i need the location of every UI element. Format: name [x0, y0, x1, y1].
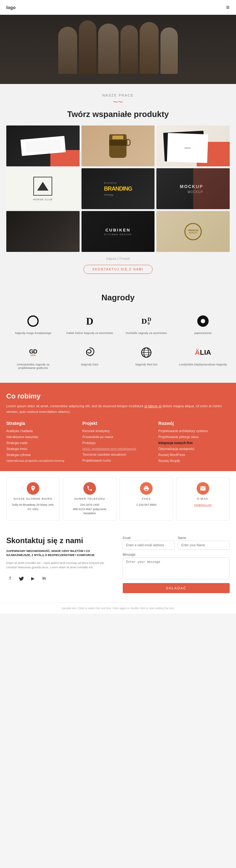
co-col-rozwoj: Rozwój Projektowanie architektury system… [158, 421, 230, 465]
swirl-icon [82, 345, 97, 361]
award-label-6: Nagrody D&D [81, 363, 98, 367]
ring-icon [25, 313, 41, 329]
award-item-4: papioraniome [176, 310, 230, 338]
projekt-item-4[interactable]: UI/UX i projektowanie stron interaktywny… [83, 447, 154, 451]
fax-label: FAKS [142, 497, 151, 500]
name-field-label: Name [178, 536, 230, 540]
message-field-label: Message [123, 553, 230, 556]
phone-label: NUMER TELEFONU [74, 497, 105, 500]
cubiken-sub-label: KITCHEN DESIGN [104, 234, 132, 236]
award-item-3: D D D Durheble nagrody za wzornictwo [120, 310, 173, 338]
facebook-icon[interactable]: f [6, 575, 14, 582]
twitter-icon[interactable] [18, 575, 25, 582]
branding-label: BRANDING [104, 186, 132, 192]
co-col-projekt-title: Projekt [83, 421, 154, 426]
gd-icon: GD USA [25, 345, 41, 361]
portfolio-label: NASZE PRACE [6, 93, 230, 97]
award-item-7: Nagrody Red Dot [120, 342, 173, 373]
award-item-1: Nagrody Kręgu Kreatywnego [6, 310, 60, 338]
rozwoj-item-5[interactable]: Rozwój WordPress [158, 453, 230, 457]
rozwoj-item-2[interactable]: Projektowanie pełnego stosu [158, 435, 230, 439]
fax-value: 1-234-567-8900 [136, 503, 156, 507]
portfolio-item-2[interactable] [82, 125, 155, 166]
projekt-item-6[interactable]: Projektowanie ruchu [83, 459, 154, 463]
co-col-strategia: Strategia Analityka i badania Interaktyw… [6, 421, 78, 465]
location-value: Sofiy 94 Broadway 29 Nowy Jork, NY 1001 [10, 503, 56, 512]
form-description: Etiam sit amet convallis est – class apt… [6, 561, 113, 570]
submit-button[interactable]: SKŁADAĆ [123, 583, 230, 593]
award-item-6: Nagrody D&D [63, 342, 116, 373]
dot-icon [195, 313, 211, 329]
strategia-item-2[interactable]: Interaktywne warsztaty [6, 435, 78, 439]
portfolio-item-9[interactable]: PREMIUM QUALITY [156, 211, 230, 252]
portfolio-grid: name HORSE CLUB Branding BRANDING Strate… [6, 125, 230, 252]
portfolio-item-6[interactable]: MOCKUP MOCKUP [156, 168, 230, 209]
wavy-divider: 〜〜 [6, 99, 230, 106]
award-label-8: Londyńskie Międzynarodowe Nagrody [179, 363, 227, 367]
email-field-label: Email [123, 536, 175, 540]
portfolio-title: Twórz wspaniałe produkty [6, 110, 230, 119]
projekt-item-5[interactable]: Tworzenie zasobów wizualnych [83, 453, 154, 457]
hero-image [0, 15, 236, 84]
portfolio-item-5[interactable]: Branding BRANDING Strategy [82, 168, 155, 209]
contact-info-section: NASZE GŁÓWNE BIURO Sofiy 94 Broadway 29 … [0, 471, 236, 527]
co-robimy-title: Co robimy [6, 392, 230, 400]
portfolio-item-8[interactable]: CUBIKEN KITCHEN DESIGN [82, 211, 155, 252]
projekt-item-1[interactable]: Kierunek kreatywny [83, 429, 154, 433]
portfolio-item-4[interactable]: HORSE CLUB [6, 168, 80, 209]
logo: logo [6, 5, 16, 10]
name-input[interactable] [178, 540, 230, 550]
rozwoj-item-6[interactable]: Rozwój Shopify [158, 459, 230, 463]
portfolio-source: Zdjęcia z Freepik [6, 257, 230, 260]
strategia-item-5[interactable]: Strategia cyfrowa [6, 453, 78, 457]
strategia-item-4[interactable]: Strategia treści [6, 447, 78, 451]
form-left: Skontaktuj się z nami ZAPEWNIAMY NIEZAWO… [6, 536, 113, 593]
location-icon [27, 482, 39, 495]
award-item-5: GD USA Amerykańskie nagrody za projektow… [6, 342, 60, 373]
portfolio-item-1[interactable] [6, 125, 80, 166]
form-right: Email Name Message SKŁADAĆ [123, 536, 230, 593]
award-label-3: Durheble nagrody za wzornictwo [126, 332, 167, 335]
projekt-item-2[interactable]: Przewodniki po marce [83, 435, 154, 439]
footer: Sample text. Click to select the text bo… [0, 602, 236, 614]
award-item-2: D Pakiet Deline Nagrody za wzornictwo [63, 310, 116, 338]
co-desc-link[interactable]: ut labore et [144, 404, 161, 408]
portfolio-item-7[interactable] [6, 211, 80, 252]
rozwoj-item-3[interactable]: Integracja nowych firm [158, 441, 230, 445]
co-col-rozwoj-title: Rozwój [158, 421, 230, 426]
phone-value: 234-1876-1400888-0123-4567 połączenie be… [66, 503, 113, 516]
award-label-4: papioraniome [195, 332, 212, 335]
info-card-phone: NUMER TELEFONU 234-1876-1400888-0123-456… [63, 477, 116, 521]
portfolio-item-3[interactable]: name [156, 125, 230, 166]
projekt-item-3[interactable]: Prototypy [83, 441, 154, 445]
form-title: Skontaktuj się z nami [6, 536, 113, 545]
message-input[interactable] [123, 557, 230, 579]
email-icon [197, 482, 209, 495]
awards-title: Nagrody [6, 293, 230, 303]
awards-grid: Nagrody Kręgu Kreatywnego D Pakiet Delin… [6, 310, 230, 373]
co-robimy-description: Lorem ipsum dolor sit amet, consectetur … [6, 403, 230, 414]
awards-section: Nagrody Nagrody Kręgu Kreatywnego D Paki… [0, 283, 236, 383]
site-header: logo ≡ [0, 0, 236, 15]
award-item-8: ÄLIA Londyńskie Międzynarodowe Nagrody [176, 342, 230, 373]
strategia-item-1[interactable]: Analityka i badania [6, 429, 78, 433]
rozwoj-item-4[interactable]: Optymalizacja wydajności [158, 447, 230, 451]
contact-us-button[interactable]: SKONTAKTUJ SIĘ Z NAMI [83, 265, 153, 274]
strategia-item-3[interactable]: Strategia marki [6, 441, 78, 445]
cubiken-label: CUBIKEN [106, 228, 130, 232]
email-link[interactable]: info@freex.com [194, 503, 212, 506]
social-links: f ▶ in [6, 575, 113, 582]
dd-icon: D D D [139, 313, 154, 329]
youtube-icon[interactable]: ▶ [29, 575, 36, 582]
email-input[interactable] [123, 540, 175, 550]
hamburger-menu-icon[interactable]: ≡ [226, 4, 230, 11]
strategia-item-6[interactable]: Optymalizacja przepisów zarządzania korw… [6, 459, 78, 463]
linkedin-icon[interactable]: in [40, 575, 48, 582]
co-col-projekt: Projekt Kierunek kreatywny Przewodniki p… [83, 421, 154, 465]
portfolio-section: NASZE PRACE 〜〜 Twórz wspaniałe produkty [0, 84, 236, 283]
contact-form-section: Skontaktuj się z nami ZAPEWNIAMY NIEZAWO… [0, 527, 236, 602]
stamp-icon: PREMIUM QUALITY [184, 223, 202, 240]
award-label-7: Nagrody Red Dot [135, 363, 157, 367]
rozwoj-item-1[interactable]: Projektowanie architektury systemu [158, 429, 230, 433]
co-robimy-section: Co robimy Lorem ipsum dolor sit amet, co… [0, 383, 236, 471]
